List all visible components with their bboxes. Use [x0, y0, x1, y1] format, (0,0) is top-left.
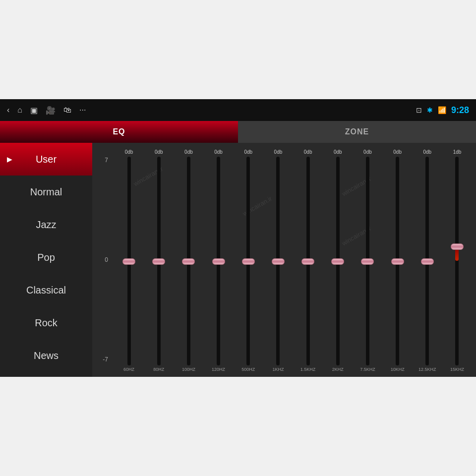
slider-thumb-0[interactable]: [122, 258, 135, 265]
main-content: ▶ User Normal Jazz Pop Classical Rock: [0, 143, 476, 377]
slider-track-area-9: [384, 157, 412, 365]
slider-track-area-1: [145, 157, 173, 365]
bluetooth-icon: ✱: [427, 106, 433, 114]
sidebar-item-pop[interactable]: Pop: [0, 241, 92, 274]
sidebar-item-normal[interactable]: Normal: [0, 176, 92, 208]
slider-db-9: 0db: [393, 148, 402, 157]
status-time: 9:28: [451, 105, 469, 116]
bag-icon[interactable]: 🛍: [63, 106, 71, 115]
cast-icon: ⊡: [416, 106, 422, 114]
slider-thumb-4[interactable]: [242, 258, 255, 265]
slider-col-80hz: 0db80HZ: [144, 147, 174, 375]
slider-thumb-6[interactable]: [301, 258, 314, 265]
db-label-column: 70-7: [96, 157, 108, 363]
slider-track-4: [246, 157, 250, 365]
slider-track-area-4: [235, 157, 262, 365]
slider-thumb-3[interactable]: [212, 258, 225, 265]
db-label-7: 7: [105, 157, 108, 164]
slider-track-11: [455, 157, 459, 365]
slider-db-2: 0db: [184, 148, 193, 157]
slider-track-10: [425, 157, 429, 365]
sidebar-item-classical[interactable]: Classical: [0, 274, 92, 306]
slider-db-8: 0db: [363, 148, 372, 157]
slider-freq-10: 12.5KHZ: [418, 367, 436, 375]
slider-col-100hz: 0db100HZ: [174, 147, 203, 375]
sidebar-item-jazz[interactable]: Jazz: [0, 208, 92, 241]
slider-thumb-9[interactable]: [391, 258, 404, 265]
slider-db-6: 0db: [304, 148, 312, 157]
db-label--7: -7: [103, 356, 108, 363]
slider-freq-1: 80HZ: [153, 367, 164, 375]
slider-freq-2: 100HZ: [182, 367, 195, 375]
slider-track-area-5: [264, 157, 292, 365]
slider-track-area-11: [443, 157, 471, 365]
slider-track-area-3: [205, 157, 233, 365]
slider-col-125khz: 0db12.5KHZ: [413, 147, 442, 375]
slider-col-75khz: 0db7.5KHZ: [353, 147, 382, 375]
slider-col-15khz: 1db15KHZ: [442, 147, 472, 375]
recent-apps-icon[interactable]: ▣: [30, 106, 38, 115]
slider-db-11: 1db: [453, 148, 462, 157]
slider-thumb-7[interactable]: [331, 258, 344, 265]
slider-thumb-1[interactable]: [152, 258, 165, 265]
slider-col-10khz: 0db10KHZ: [383, 147, 413, 375]
slider-thumb-2[interactable]: [182, 258, 195, 265]
db-label-0: 0: [105, 256, 108, 263]
slider-col-15khz: 0db1.5KHZ: [293, 147, 323, 375]
more-icon[interactable]: ···: [79, 106, 86, 115]
slider-col-60hz: 0db60HZ: [114, 147, 144, 375]
slider-freq-5: 1KHZ: [272, 367, 284, 375]
slider-freq-8: 7.5KHZ: [360, 367, 375, 375]
slider-db-0: 0db: [125, 148, 133, 157]
slider-track-0: [127, 157, 131, 365]
tab-zone[interactable]: ZONE: [238, 121, 476, 143]
sidebar-item-rock[interactable]: Rock: [0, 306, 92, 339]
slider-db-1: 0db: [155, 148, 163, 157]
slider-track-area-2: [175, 157, 202, 365]
slider-freq-4: 500HZ: [241, 367, 255, 375]
slider-thumb-5[interactable]: [272, 258, 285, 265]
slider-thumb-10[interactable]: [421, 258, 434, 265]
slider-track-9: [396, 157, 399, 365]
slider-track-3: [217, 157, 220, 365]
outer-container: ‹ ⌂ ▣ 🎥 🛍 ··· ⊡ ✱ 📶 9:28 EQ ZONE: [0, 0, 476, 476]
slider-freq-9: 10KHZ: [391, 367, 405, 375]
slider-track-2: [187, 157, 190, 365]
slider-track-6: [306, 157, 310, 365]
slider-db-5: 0db: [274, 148, 283, 157]
slider-freq-0: 60HZ: [123, 367, 134, 375]
slider-col-1khz: 0db1KHZ: [263, 147, 293, 375]
sidebar-item-news[interactable]: News: [0, 339, 92, 372]
slider-freq-3: 120HZ: [212, 367, 225, 375]
tab-eq[interactable]: EQ: [0, 121, 238, 143]
status-bar: ‹ ⌂ ▣ 🎥 🛍 ··· ⊡ ✱ 📶 9:28: [0, 99, 476, 121]
sidebar: ▶ User Normal Jazz Pop Classical Rock: [0, 143, 92, 377]
slider-track-area-6: [294, 157, 322, 365]
slider-db-4: 0db: [244, 148, 252, 157]
play-icon: ▶: [7, 155, 12, 163]
status-bar-left: ‹ ⌂ ▣ 🎥 🛍 ···: [7, 106, 86, 115]
slider-track-5: [276, 157, 280, 365]
home-icon[interactable]: ⌂: [17, 106, 22, 115]
sidebar-item-user[interactable]: ▶ User: [0, 143, 92, 176]
slider-thumb-11[interactable]: [451, 243, 464, 250]
slider-col-2khz: 0db2KHZ: [323, 147, 353, 375]
sliders-row: 0db60HZ0db80HZ0db100HZ0db120HZ0db500HZ0d…: [96, 147, 472, 375]
tab-bar: EQ ZONE: [0, 121, 476, 143]
slider-track-area-7: [324, 157, 352, 365]
slider-freq-7: 2KHZ: [332, 367, 344, 375]
slider-freq-11: 15KHZ: [450, 367, 464, 375]
slider-track-area-8: [354, 157, 381, 365]
slider-thumb-8[interactable]: [361, 258, 374, 265]
slider-track-area-0: [115, 157, 143, 365]
slider-track-1: [157, 157, 161, 365]
back-icon[interactable]: ‹: [7, 106, 9, 115]
slider-track-area-10: [414, 157, 441, 365]
slider-col-500hz: 0db500HZ: [234, 147, 263, 375]
slider-db-7: 0db: [334, 148, 342, 157]
camera-icon[interactable]: 🎥: [46, 106, 56, 115]
slider-db-3: 0db: [214, 148, 223, 157]
wifi-icon: 📶: [438, 106, 446, 114]
status-bar-right: ⊡ ✱ 📶 9:28: [416, 105, 469, 116]
slider-track-7: [336, 157, 340, 365]
